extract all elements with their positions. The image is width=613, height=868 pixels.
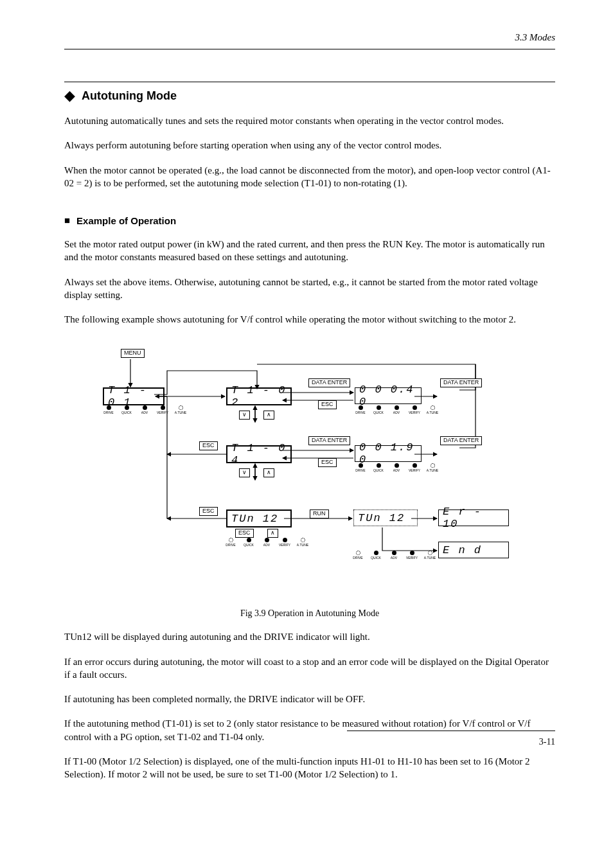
seg-tun12-a: TUn 12: [231, 513, 278, 525]
key-run: RUN: [310, 509, 329, 518]
led-row-v1: DRIVE QUICK ADV VERIFY A.TUNE: [353, 405, 440, 414]
key-esc-3: ESC: [318, 458, 337, 467]
figure-caption: Fig 3.9 Operation in Autotuning Mode: [64, 608, 555, 619]
section-p1: Autotuning automatically tunes and sets …: [64, 114, 555, 127]
led-row-t1-01: DRIVE QUICK ADV VERIFY A.TUNE: [102, 405, 188, 414]
key-data-enter-4: DATA ENTER: [440, 436, 482, 445]
display-val-00040: 0 0 0.4 0: [355, 387, 422, 404]
led-row-v2: DRIVE QUICK ADV VERIFY A.TUNE: [353, 463, 440, 472]
key-down-2: ∨: [239, 468, 250, 477]
diamond-icon: ◆: [64, 89, 75, 103]
square-icon: ■: [64, 215, 70, 226]
seg-t1-02: T 1 - 0 2: [231, 384, 287, 409]
key-data-enter-2: DATA ENTER: [440, 378, 482, 387]
post-p3: If autotuning has been completed normall…: [64, 693, 555, 705]
rule-bottom: [347, 731, 555, 731]
example-p2: Always set the above items. Otherwise, a…: [64, 276, 555, 302]
autotuning-flow-diagram: MENU T 1 - 0 1 DRIVE QUICK ADV VERIFY A.…: [103, 345, 540, 602]
key-down: ∨: [239, 411, 250, 420]
seg-00190: 0 0 1.9 0: [359, 441, 417, 466]
post-p1: TUn12 will be displayed during autotunin…: [64, 630, 555, 643]
seg-t1-04: T 1 - 0 4: [231, 442, 287, 466]
subheading-row: ■ Example of Operation: [64, 215, 555, 226]
display-t1-02: T 1 - 0 2: [226, 387, 292, 405]
section-reference: 3.3 Modes: [515, 32, 556, 43]
subheading: Example of Operation: [76, 215, 176, 226]
section-p2: Always perform autotuning before startin…: [64, 139, 555, 152]
display-t1-04: T 1 - 0 4: [226, 445, 292, 463]
key-up: ∧: [263, 411, 274, 420]
key-esc-2: ESC: [199, 441, 218, 450]
key-menu: MENU: [121, 349, 145, 358]
section-p3: When the motor cannot be operated (e.g.,…: [64, 164, 555, 190]
key-up-3: ∧: [267, 529, 278, 538]
key-esc-5: ESC: [235, 529, 254, 538]
led-row-tun-b: DRIVE QUICK ADV VERIFY A.TUNE: [351, 551, 437, 560]
section-title: Autotuning Mode: [82, 89, 177, 103]
page: 3.3 Modes ◆ Autotuning Mode Autotuning a…: [0, 0, 613, 813]
seg-00040: 0 0 0.4 0: [359, 384, 417, 408]
key-esc-4: ESC: [199, 507, 218, 516]
section-heading-row: ◆ Autotuning Mode: [64, 89, 555, 103]
key-data-enter-1: DATA ENTER: [308, 378, 350, 387]
seg-er10: E r - 10: [443, 506, 504, 530]
display-er-10: E r - 10: [438, 509, 509, 526]
display-tun12-b: TUn 12: [353, 509, 418, 526]
page-number: 3-11: [539, 737, 555, 747]
display-end: E n d: [438, 542, 509, 558]
rule-sub: [64, 82, 555, 82]
post-p2: If an error occurs during autotuning, th…: [64, 655, 555, 682]
rule-top: [64, 49, 555, 49]
example-p3: The following example shows autotuning f…: [64, 313, 555, 326]
seg-tun12-b: TUn 12: [358, 512, 405, 524]
example-p1: Set the motor rated output power (in kW)…: [64, 238, 555, 264]
key-esc-1: ESC: [318, 400, 337, 409]
post-p5: If T1-00 (Motor 1/2 Selection) is displa…: [64, 755, 555, 781]
display-t1-01: T 1 - 0 1: [103, 387, 164, 405]
key-data-enter-3: DATA ENTER: [308, 436, 350, 445]
led-row-tun-a: DRIVE QUICK ADV VERIFY A.TUNE: [224, 538, 310, 547]
key-up-2: ∧: [263, 468, 274, 477]
seg-end: E n d: [443, 544, 482, 556]
display-tun12-a: TUn 12: [226, 509, 292, 527]
display-val-00190: 0 0 1.9 0: [355, 445, 422, 462]
